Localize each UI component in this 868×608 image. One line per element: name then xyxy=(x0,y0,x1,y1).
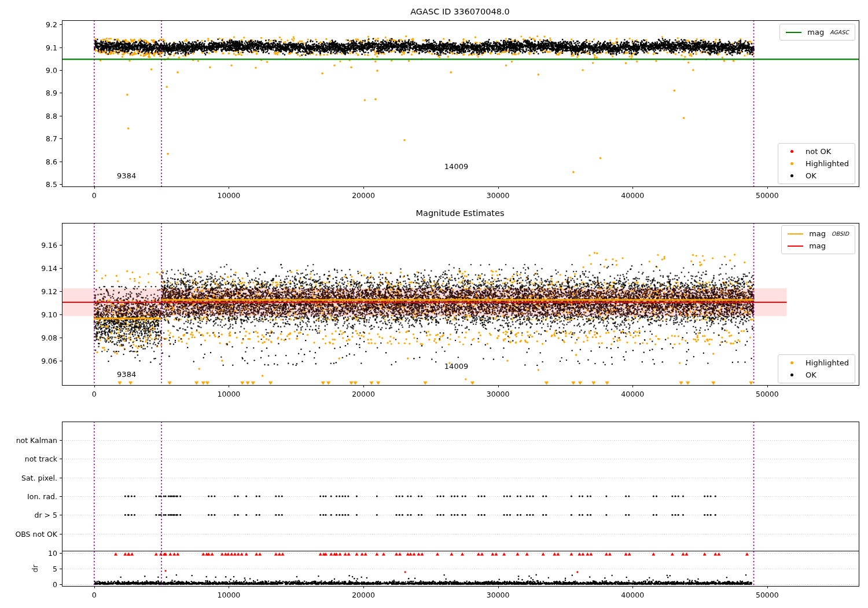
legend-label-subscript: OBSID xyxy=(832,230,849,237)
legend-row: mag xyxy=(788,241,849,250)
flag-row-label: Ion. rad. xyxy=(27,492,57,500)
x-tick-label: 20000 xyxy=(352,390,375,398)
x-tick-label: 50000 xyxy=(756,191,779,200)
middle-plot-title: Magnitude Estimates xyxy=(415,208,504,218)
obsid-annotation-14009-middle: 14009 xyxy=(444,362,468,371)
marker-glyph xyxy=(790,162,793,165)
legend-label: mag xyxy=(809,241,826,250)
marker-glyph xyxy=(790,373,793,376)
x-tick-label: 30000 xyxy=(487,191,510,200)
legend-label: OK xyxy=(806,171,816,180)
legend-dot-marker xyxy=(784,373,800,376)
y-tick-label: 8.8 xyxy=(46,111,57,120)
flag-row-label: Sat. pixel. xyxy=(21,473,57,482)
legend-row: OK xyxy=(784,171,849,180)
x-tick-label: 0 xyxy=(92,191,97,200)
legend-dot-marker xyxy=(784,174,800,177)
marker-glyph xyxy=(790,150,793,153)
legend-row: Highlighted xyxy=(784,358,849,367)
y-tick-label: 8.5 xyxy=(46,180,57,189)
legend-label: mag xyxy=(807,28,824,36)
legend-label: mag xyxy=(809,229,826,238)
marker-glyph xyxy=(788,246,803,247)
legend-line-swatch xyxy=(786,32,801,33)
x-tick-label: 40000 xyxy=(621,390,644,398)
x-tick-label: 40000 xyxy=(621,191,644,200)
y-tick-label: 9.16 xyxy=(41,241,57,250)
x-tick-label: 50000 xyxy=(756,390,779,398)
y-tick-label: 8.9 xyxy=(46,89,57,97)
dr-axis-label: dr xyxy=(31,565,39,572)
flag-row-label: not track xyxy=(25,455,57,463)
legend-row: Highlighted xyxy=(784,159,849,168)
y-tick-label: 9.14 xyxy=(41,264,57,273)
y-tick-label: 9.1 xyxy=(46,43,57,52)
plots-canvas xyxy=(0,0,868,608)
figure: AGASC ID 336070048.0 Magnitude Estimates… xyxy=(0,0,868,608)
legend-dot-marker xyxy=(784,150,800,153)
legend-label-subscript: AGASC xyxy=(830,29,849,35)
legend-row: not OK xyxy=(784,147,849,156)
x-tick-label: 20000 xyxy=(352,191,375,200)
legend-point-status-top: not OKHighlightedOK xyxy=(778,143,855,184)
x-tick-label: 10000 xyxy=(218,191,241,200)
legend-dot-marker xyxy=(784,162,800,165)
x-tick-label: 20000 xyxy=(352,591,375,599)
y-tick-label: 9.0 xyxy=(46,65,57,74)
legend-point-status-mid: HighlightedOK xyxy=(778,354,855,383)
x-tick-label: 0 xyxy=(92,591,97,599)
marker-glyph xyxy=(790,174,793,177)
obsid-annotation-9384-top: 9384 xyxy=(117,171,136,180)
legend-mag-lines: magOBSIDmag xyxy=(781,225,855,254)
marker-glyph xyxy=(788,233,803,235)
legend-line-swatch xyxy=(788,233,803,235)
y-tick-label: 9.08 xyxy=(41,334,57,342)
flag-row-label: not Kalman xyxy=(16,436,57,445)
legend-label: not OK xyxy=(806,147,831,156)
x-tick-label: 10000 xyxy=(218,591,241,599)
top-plot-title: AGASC ID 336070048.0 xyxy=(410,7,510,16)
legend-line-swatch xyxy=(788,246,803,247)
legend-mag-agasc: magAGASC xyxy=(779,24,855,41)
legend-label: Highlighted xyxy=(806,159,849,168)
legend-row: magAGASC xyxy=(786,28,849,36)
obsid-annotation-9384-middle: 9384 xyxy=(117,369,136,378)
y-tick-label: 9.10 xyxy=(41,310,57,319)
x-tick-label: 40000 xyxy=(621,591,644,599)
dr-tick-label: 10 xyxy=(48,549,57,558)
legend-dot-marker xyxy=(784,361,800,364)
flag-row-label: OBS not OK xyxy=(15,529,57,538)
legend-row: OK xyxy=(784,371,849,379)
y-tick-label: 9.06 xyxy=(41,357,57,365)
obsid-annotation-14009-top: 14009 xyxy=(444,162,468,171)
legend-label: Highlighted xyxy=(806,358,849,367)
y-tick-label: 8.7 xyxy=(46,134,57,143)
x-tick-label: 50000 xyxy=(756,591,779,599)
legend-label: OK xyxy=(806,371,816,379)
flag-row-label: dr > 5 xyxy=(35,511,57,519)
y-tick-label: 9.2 xyxy=(46,20,57,29)
marker-glyph xyxy=(786,32,801,33)
y-tick-label: 8.6 xyxy=(46,157,57,166)
x-tick-label: 30000 xyxy=(487,591,510,599)
dr-tick-label: 0 xyxy=(53,580,57,589)
legend-row: magOBSID xyxy=(788,229,849,238)
x-tick-label: 0 xyxy=(92,390,97,398)
y-tick-label: 9.12 xyxy=(41,287,57,296)
marker-glyph xyxy=(790,361,793,364)
x-tick-label: 30000 xyxy=(487,390,510,398)
dr-tick-label: 5 xyxy=(53,565,57,573)
x-tick-label: 10000 xyxy=(218,390,241,398)
